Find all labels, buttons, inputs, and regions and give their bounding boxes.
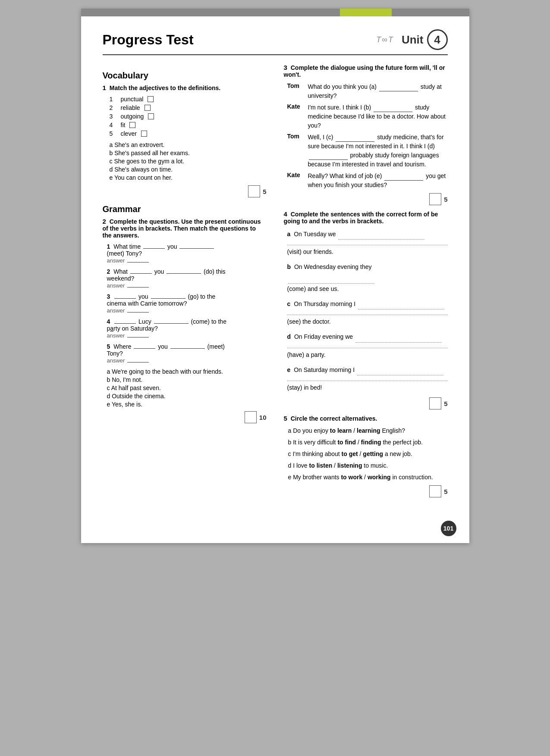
q2-answer-a: a We're going to the beach with our frie… (107, 368, 267, 375)
q5-letter-a: a (288, 427, 293, 434)
blank-c[interactable] (336, 141, 374, 142)
q2-score-row: 10 (103, 411, 267, 423)
def-letter-b: b (110, 150, 115, 156)
unit-number: 4 (427, 29, 448, 50)
checkbox-2[interactable] (145, 105, 151, 111)
q1-number: 1 (103, 84, 106, 91)
gq3-blank2[interactable] (151, 298, 185, 299)
gq5-answer-blank[interactable] (127, 362, 149, 362)
def-letter-c: c (110, 158, 114, 165)
gq1-answer-label: answer (107, 257, 267, 264)
q4-blank-e[interactable] (357, 375, 443, 375)
grammar-section-title: Grammar (103, 204, 267, 214)
gq2-answer-label: answer (107, 282, 267, 289)
def-text-b: She's passed all her exams. (114, 150, 190, 156)
q4-blank-b[interactable] (288, 283, 374, 284)
q4-sentences: a On Tuesday we (visit) our friends. b O… (287, 229, 448, 393)
vocabulary-section-title: Vocabulary (103, 71, 267, 81)
q4-text-c2: (see) the doctor. (287, 318, 331, 325)
gq2-blank1[interactable] (130, 273, 152, 274)
green-tab (340, 9, 392, 16)
q4-score-row: 5 (284, 397, 448, 409)
def-d: d She's always on time. (110, 166, 267, 173)
vocab-item-1: 1 punctual (110, 96, 267, 103)
q5-bold-d2: listening (337, 462, 362, 469)
gq2-text1: What (113, 268, 129, 275)
gq5-blank1[interactable] (134, 348, 155, 349)
grammar-q2: 2 What you (do) this weekend? answer (107, 268, 267, 289)
ans-text-a: We're going to the beach with our friend… (112, 368, 223, 375)
vocab-word-5: clever (121, 130, 137, 137)
q3-header: 3 Complete the dialogue using the future… (284, 64, 448, 78)
vocab-item-5: 5 clever (110, 130, 267, 137)
q4-blank-c[interactable] (358, 309, 444, 309)
checkbox-1[interactable] (148, 96, 154, 102)
q3-dialogue: Tom What do you think you (a) study at u… (287, 82, 448, 190)
q5-item-c: c I'm thinking about to get / getting a … (288, 450, 448, 459)
q5-text-a2: English? (380, 427, 405, 434)
blank-d[interactable] (309, 159, 348, 160)
vocab-word-4: fit (121, 122, 126, 128)
vocab-items-list: 1 punctual 2 reliable 3 outgoing (110, 96, 267, 137)
vocab-num-2: 2 (110, 104, 116, 111)
checkbox-5[interactable] (141, 131, 147, 137)
q5-item-e: e My brother wants to work / working in … (288, 473, 448, 482)
blank-a[interactable] (379, 91, 418, 91)
gq3-answer-blank[interactable] (127, 312, 149, 312)
gq-num-5: 5 (107, 343, 110, 350)
gq2-answer-blank[interactable] (127, 287, 149, 287)
vocab-num-5: 5 (110, 130, 116, 137)
checkbox-3[interactable] (148, 113, 154, 119)
gq4-blank2[interactable] (154, 323, 189, 324)
gq4-answer-blank[interactable] (127, 337, 149, 337)
def-letter-d: d (110, 166, 115, 173)
q4-letter-b: b (287, 263, 291, 270)
q5-letter-b: b (288, 439, 293, 446)
q4-blank-d[interactable] (355, 342, 442, 343)
dialogue-kate-2: Kate Really? What kind of job (e) you ge… (287, 172, 448, 190)
gq1-answer-blank[interactable] (127, 262, 149, 262)
q5-alternatives: a Do you enjoy to learn / learning Engli… (288, 426, 448, 482)
gq1-blank1[interactable] (143, 248, 165, 249)
q4-blank-c2[interactable] (287, 311, 448, 315)
right-column: 3 Complete the dialogue using the future… (284, 64, 448, 501)
def-a: a She's an extrovert. (110, 141, 267, 148)
gq5-answer-label: answer (107, 357, 267, 364)
unit-label: T∞T (376, 35, 394, 44)
blank-e[interactable] (384, 180, 423, 181)
gq1-blank2[interactable] (179, 248, 214, 249)
top-bar (81, 9, 469, 16)
checkbox-4[interactable] (129, 122, 135, 128)
page-number: 101 (441, 521, 456, 536)
gq1-text2: you (167, 243, 179, 250)
q4-blank-a[interactable] (338, 239, 424, 240)
speaker-tom-2: Tom (287, 133, 305, 169)
gq3-text1: you (138, 293, 150, 300)
gq2-blank2[interactable] (167, 273, 201, 274)
q4-blank-a2[interactable] (287, 241, 448, 245)
q4-score-box (429, 397, 441, 409)
gq5-text1: Where (113, 343, 133, 350)
gq3-blank1[interactable] (114, 298, 136, 299)
q5-text-c1: I'm thinking about (292, 450, 341, 457)
unit-text: Unit (402, 33, 424, 47)
def-text-c: She goes to the gym a lot. (114, 158, 184, 165)
q4-sent-c: c On Thursday morning I (see) the doctor… (287, 299, 448, 327)
q4-blank-d2[interactable] (287, 344, 448, 348)
grammar-q5: 5 Where you (meet) Tony? answer (107, 343, 267, 364)
gq3-answer-label: answer (107, 307, 267, 314)
ans-letter-b: b (107, 376, 112, 383)
def-text-d: She's always on time. (114, 166, 173, 173)
vocab-item-4: 4 fit (110, 122, 267, 128)
q5-item-d: d I love to listen / listening to music. (288, 461, 448, 470)
ans-text-c: At half past seven. (111, 384, 161, 391)
dialogue-text-kate-2: Really? What kind of job (e) you get whe… (308, 172, 448, 190)
q4-blank-e2[interactable] (287, 377, 448, 381)
gq4-blank1[interactable] (114, 323, 136, 324)
gq5-blank2[interactable] (170, 348, 205, 349)
blank-b[interactable] (374, 112, 412, 112)
ans-text-b: No, I'm not. (112, 376, 142, 383)
q5-text-e1: My brother wants (293, 474, 341, 481)
gq-num-4: 4 (107, 318, 110, 325)
q5-slash-a: / (352, 427, 357, 434)
